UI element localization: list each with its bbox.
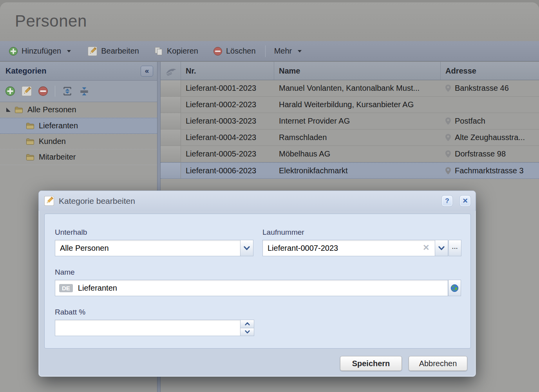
tree-item-kunden[interactable]: Kunden [0,134,157,149]
tree-item-lieferanten[interactable]: Lieferanten [0,118,157,134]
more-button[interactable]: Mehr [270,43,306,59]
map-pin-icon [445,85,451,92]
laufnummer-more-button[interactable]: ... [449,240,461,256]
minus-circle-icon [213,47,222,56]
name-label: Name [55,268,75,277]
adresse-text: Postfach [455,117,485,126]
adresse-text: Alte Zeughausstra... [455,133,525,142]
chevron-down-icon[interactable] [298,50,302,52]
dialog-title: Kategorie bearbeiten [59,196,435,206]
laufnummer-input[interactable] [262,240,435,256]
toolbar-separator [55,86,55,97]
tree-item-mitarbeiter[interactable]: Mitarbeiter [0,149,157,165]
cell-adresse: Postfach [441,113,539,129]
unterhalb-combo-input[interactable] [55,240,241,256]
logo-column-header[interactable] [161,62,181,80]
table-row[interactable]: Lieferant-0003-2023 Internet Provider AG… [161,113,539,129]
save-button-label: Speichern [352,359,390,368]
chevron-down-icon[interactable] [67,50,71,52]
name-value: Lieferanten [78,284,117,293]
table-row[interactable]: Lieferant-0004-2023 Ramschladen Alte Zeu… [161,129,539,146]
chevron-down-icon [438,246,445,250]
collapse-panel-button[interactable]: « [141,66,153,77]
category-add-button[interactable] [5,86,15,96]
close-button[interactable]: ✕ [459,195,471,207]
translate-button[interactable] [448,280,461,296]
copy-icon [154,47,163,56]
row-handle [161,80,181,96]
map-pin-icon [445,134,451,141]
copy-button[interactable]: Kopieren [150,43,202,59]
pencil-icon [21,86,32,97]
row-handle [161,146,181,162]
folder-icon [26,122,34,129]
category-edit-button[interactable] [21,86,32,97]
spinner-up-button[interactable] [241,320,254,328]
name-input[interactable]: DE Lieferanten [55,280,448,296]
table-header: Nr. Name Adresse [161,62,539,80]
plus-circle-icon [5,86,15,96]
expand-all-button[interactable] [62,86,73,97]
chevron-up-icon [245,322,250,325]
more-button-label: Mehr [274,47,292,56]
column-header-name[interactable]: Name [274,62,441,80]
rabatt-spinner [241,320,254,336]
cell-name: Internet Provider AG [274,113,441,129]
unterhalb-dropdown-button[interactable] [241,240,253,256]
edit-button[interactable]: Bearbeiten [83,43,143,59]
ellipsis-icon: ... [452,243,458,250]
row-handle [161,163,181,178]
sidebar-toolbar [0,81,157,102]
app-root: Personen Hinzufügen Bearbeiten [0,0,539,392]
collapse-all-button[interactable] [79,86,90,97]
cell-nr: Lieferant-0003-2023 [181,113,274,129]
tree-item-alle-personen[interactable]: Alle Personen [0,102,157,118]
cell-name: Manuel Vonlanten, Kantonalbank Must... [274,80,441,96]
dialog-titlebar[interactable]: Kategorie bearbeiten ? ✕ [39,191,476,211]
row-handle [161,113,181,129]
edit-button-label: Bearbeiten [101,47,139,56]
laufnummer-dropdown-button[interactable] [435,240,448,256]
plus-circle-icon [9,47,18,56]
map-pin-icon [445,117,451,125]
clear-field-icon[interactable]: ✕ [423,243,430,252]
dialog-form-panel: Unterhalb Laufnummer ✕ ... Name DE Liefe… [44,214,471,349]
minus-circle-icon [38,86,48,96]
tree-item-label: Alle Personen [27,105,76,114]
unterhalb-label: Unterhalb [55,228,87,237]
cell-nr: Lieferant-0004-2023 [181,129,274,146]
language-badge: DE [59,284,73,292]
pencil-icon [87,46,98,56]
question-icon: ? [445,197,449,205]
cancel-button[interactable]: Abbrechen [409,356,467,371]
column-header-adresse[interactable]: Adresse [441,62,539,80]
cell-adresse [441,97,539,113]
map-pin-icon [445,150,451,158]
row-handle [161,129,181,146]
table-row[interactable]: Lieferant-0001-2023 Manuel Vonlanten, Ka… [161,80,539,97]
collapse-all-icon [79,86,90,97]
globe-icon [450,284,459,292]
tree-item-label: Kunden [39,137,66,146]
double-chevron-left-icon: « [145,67,149,74]
category-delete-button[interactable] [38,86,48,96]
tree-expand-icon[interactable] [6,108,11,112]
rabatt-input[interactable] [55,320,241,336]
add-button[interactable]: Hinzufügen [5,43,75,59]
close-icon: ✕ [462,197,468,205]
folder-icon [26,138,34,145]
table-row-selected[interactable]: Lieferant-0006-2023 Elektronikfachmarkt … [161,162,539,179]
delete-button[interactable]: Löschen [209,43,260,59]
column-header-nr[interactable]: Nr. [181,62,274,80]
cell-adresse: Alte Zeughausstra... [441,129,539,146]
adresse-text: Dorfstrasse 98 [455,149,506,158]
spinner-down-button[interactable] [241,328,254,336]
chevron-down-icon [245,330,250,334]
cell-nr: Lieferant-0001-2023 [181,80,274,96]
folder-icon [14,106,23,113]
table-row[interactable]: Lieferant-0002-2023 Harald Weiterbildung… [161,97,539,113]
save-button[interactable]: Speichern [340,356,402,371]
cancel-button-label: Abbrechen [419,359,457,368]
table-row[interactable]: Lieferant-0005-2023 Möbelhaus AG Dorfstr… [161,146,539,162]
help-button[interactable]: ? [441,195,453,207]
